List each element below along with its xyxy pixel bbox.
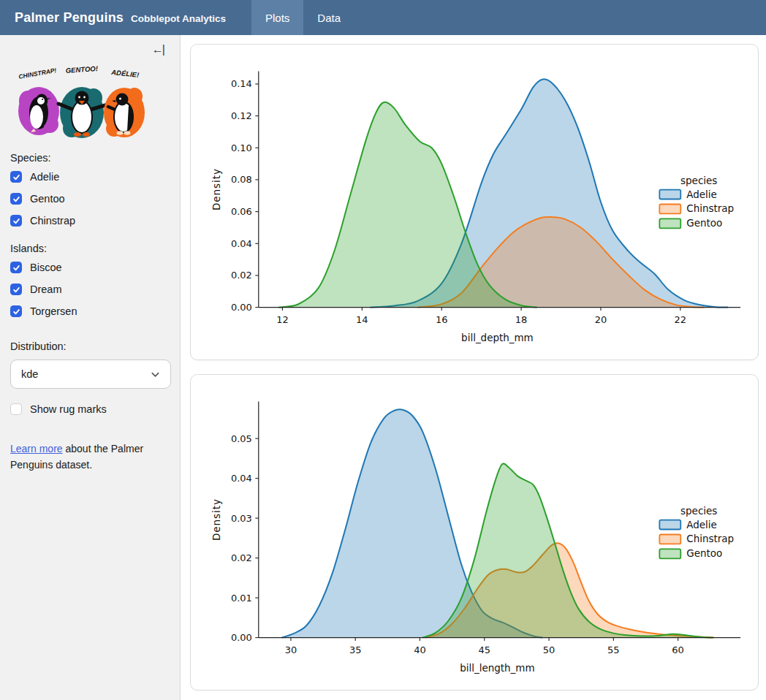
legend-swatch-chinstrap	[659, 534, 680, 544]
checkbox-species-chinstrap[interactable]: Chinstrap	[10, 215, 171, 227]
app-title: Palmer Penguins	[15, 10, 124, 26]
y-axis-tick-label: 0.02	[231, 552, 252, 563]
content: ←|	[0, 35, 766, 700]
checkbox-label: Show rug marks	[30, 403, 107, 415]
navbar: Palmer Penguins Cobblepot Analytics Plot…	[0, 0, 766, 35]
x-axis-tick-label: 60	[672, 644, 683, 655]
learn-more-link[interactable]: Learn more	[10, 443, 63, 454]
checkbox-label: Biscoe	[30, 262, 62, 273]
legend-swatch-adelie	[659, 520, 680, 530]
tab-plots[interactable]: Plots	[251, 0, 303, 35]
adelie-splash	[104, 88, 145, 137]
legend-label-chinstrap: Chinstrap	[686, 203, 734, 214]
artwork-label-adelie: ADÉLIE!	[110, 68, 140, 79]
y-axis-tick-label: 0.08	[231, 174, 252, 185]
y-axis-tick-label: 0.01	[231, 593, 252, 604]
chevron-down-icon	[150, 369, 161, 380]
y-axis-tick-label: 0.10	[231, 142, 252, 153]
species-group-label: Species:	[10, 152, 171, 164]
main-area: 1214161820220.000.020.040.060.080.100.12…	[181, 35, 766, 700]
legend-label-adelie: Adelie	[686, 189, 717, 200]
checkbox-checked-icon	[10, 284, 22, 295]
x-axis-tick-label: 20	[595, 314, 607, 325]
distribution-selected-value: kde	[21, 368, 38, 380]
x-axis-tick-label: 35	[349, 644, 361, 655]
y-axis-tick-label: 0.03	[231, 513, 252, 524]
x-axis-tick-label: 45	[479, 644, 490, 655]
legend-label-chinstrap: Chinstrap	[686, 533, 734, 544]
checkbox-checked-icon	[10, 305, 22, 317]
y-axis-tick-label: 0.06	[231, 206, 252, 217]
legend-title: species	[680, 506, 717, 517]
artwork-label-chinstrap: CHINSTRAP!	[18, 66, 58, 80]
checkbox-checked-icon	[10, 193, 22, 205]
legend-swatch-adelie	[659, 190, 680, 199]
y-axis-tick-label: 0.02	[231, 270, 252, 281]
checkbox-species-gentoo[interactable]: Gentoo	[10, 193, 171, 205]
y-axis-tick-label: 0.00	[231, 302, 252, 313]
checkbox-checked-icon	[10, 171, 22, 183]
y-axis-label: Density	[211, 168, 222, 210]
y-axis-tick-label: 0.04	[231, 473, 252, 484]
sidebar: ←|	[0, 35, 181, 700]
legend-label-gentoo: Gentoo	[686, 548, 722, 559]
distribution-select[interactable]: kde	[10, 359, 171, 389]
checkbox-label: Gentoo	[30, 193, 65, 205]
legend-swatch-gentoo	[659, 549, 680, 558]
checkbox-island-dream[interactable]: Dream	[10, 284, 171, 295]
checkbox-checked-icon	[10, 215, 22, 227]
y-axis-tick-label: 0.12	[231, 110, 252, 121]
x-axis-label: bill_length_mm	[460, 663, 534, 674]
x-axis-tick-label: 16	[436, 314, 447, 325]
penguin-artwork-image: CHINSTRAP! GENTOO! ADÉLIE!	[12, 64, 152, 142]
density-plot-bill-depth: 1214161820220.000.020.040.060.080.100.12…	[197, 50, 752, 354]
checkbox-label: Adelie	[30, 171, 59, 183]
y-axis-tick-label: 0.14	[231, 78, 252, 89]
x-axis-tick-label: 55	[607, 644, 619, 655]
legend-swatch-chinstrap	[659, 204, 680, 213]
x-axis-tick-label: 40	[414, 644, 425, 655]
card-bill-length: 303540455055600.000.010.020.030.040.05bi…	[190, 374, 759, 691]
islands-group-label: Islands:	[10, 243, 171, 254]
density-plot-bill-length: 303540455055600.000.010.020.030.040.05bi…	[197, 381, 752, 684]
y-axis-label: Density	[211, 498, 222, 541]
tab-data[interactable]: Data	[303, 0, 354, 35]
legend-label-adelie: Adelie	[686, 520, 717, 530]
card-bill-depth: 1214161820220.000.020.040.060.080.100.12…	[190, 44, 759, 360]
distribution-label: Distribution:	[10, 341, 171, 352]
x-axis-tick-label: 30	[285, 644, 297, 655]
app-brand: Palmer Penguins Cobblepot Analytics	[0, 10, 251, 26]
checkbox-checked-icon	[10, 262, 22, 273]
x-axis-tick-label: 12	[276, 314, 288, 325]
checkbox-label: Dream	[30, 284, 62, 295]
y-axis-tick-label: 0.04	[231, 238, 252, 249]
checkbox-island-biscoe[interactable]: Biscoe	[10, 262, 171, 273]
checkbox-island-torgersen[interactable]: Torgersen	[10, 305, 171, 317]
nav-tabs: Plots Data	[251, 0, 354, 35]
sidebar-footer-text: Learn more about the Palmer Penguins dat…	[10, 441, 155, 473]
x-axis-tick-label: 50	[543, 644, 555, 655]
legend-swatch-gentoo	[659, 218, 680, 228]
checkbox-species-adelie[interactable]: Adelie	[10, 171, 171, 183]
x-axis-tick-label: 18	[515, 314, 527, 325]
checkbox-unchecked-icon	[10, 403, 22, 415]
x-axis-label: bill_depth_mm	[461, 332, 534, 343]
checkbox-label: Chinstrap	[30, 215, 75, 227]
artwork-label-gentoo: GENTOO!	[65, 64, 98, 75]
legend-title: species	[680, 175, 717, 186]
y-axis-tick-label: 0.00	[231, 632, 252, 643]
app-subtitle: Cobblepot Analytics	[131, 13, 226, 24]
x-axis-tick-label: 14	[356, 314, 368, 325]
sidebar-collapse-icon[interactable]: ←|	[152, 44, 164, 56]
legend-label-gentoo: Gentoo	[686, 218, 722, 229]
gentoo-splash	[58, 87, 105, 138]
checkbox-label: Torgersen	[30, 305, 77, 317]
x-axis-tick-label: 22	[675, 314, 686, 325]
checkbox-show-rug-marks[interactable]: Show rug marks	[10, 403, 171, 415]
chinstrap-splash	[18, 87, 59, 135]
y-axis-tick-label: 0.05	[231, 433, 252, 444]
